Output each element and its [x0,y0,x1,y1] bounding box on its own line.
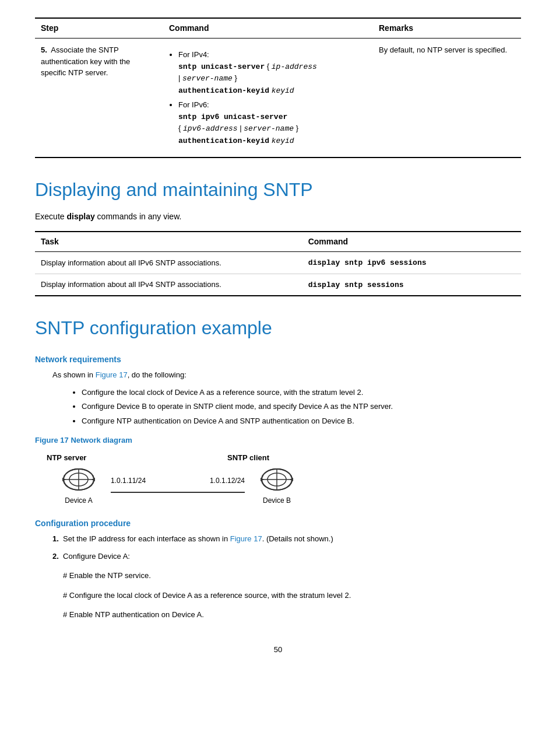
config-step-1: 1. Set the IP address for each interface… [52,533,521,545]
step-1-num: 1. [52,534,59,543]
command-cell: display sntp sessions [302,274,521,296]
connection-line [111,492,245,493]
list-item: Configure NTP authentication on Device A… [82,415,521,427]
table-row: 5. Associate the SNTPauthentication key … [35,38,521,158]
device-a-name: Device A [65,495,92,506]
ip-labels: 1.0.1.11/24 1.0.1.12/24 [111,475,245,486]
remarks-cell: By default, no NTP server is specified. [373,38,521,158]
list-item: Configure Device B to operate in SNTP cl… [82,401,521,412]
intro-text: As shown in Figure 17, do the following: [35,369,521,381]
step-table: Step Command Remarks 5. Associate the SN… [35,18,521,158]
device-b-ip: 1.0.1.12/24 [210,475,245,486]
task-cell: Display information about all IPv4 SNTP … [35,274,302,296]
task-cell: Display information about all IPv6 SNTP … [35,252,302,274]
list-item: Configure the local clock of Device A as… [82,387,521,398]
figure17-link-2[interactable]: Figure 17 [230,534,262,543]
device-b-name: Device B [263,495,291,506]
command-cell: For IPv4: sntp unicast-server { ip-addre… [163,38,373,158]
sub-step-1: # Enable the NTP service. [63,570,521,582]
network-diagram: NTP server SNTP client Device A 1.0.1.11… [35,452,521,506]
step-2-num: 2. [52,552,59,561]
connection-block: 1.0.1.11/24 1.0.1.12/24 [111,475,245,498]
table-row: Display information about all IPv6 SNTP … [35,252,521,274]
col-task: Task [35,232,302,252]
execute-line: Execute display commands in any view. [35,211,521,223]
step-number: 5. [41,46,47,54]
sntp-client-label: SNTP client [227,452,269,464]
table-row: Display information about all IPv4 SNTP … [35,274,521,296]
network-requirements-heading: Network requirements [35,354,521,366]
display-table: Task Command Display information about a… [35,231,521,296]
col-command: Command [163,18,373,38]
figure17-link[interactable]: Figure 17 [96,370,128,379]
sub-step-3: # Enable NTP authentication on Device A. [63,609,521,621]
device-a-ip: 1.0.1.11/24 [111,475,146,486]
router-icon-b [259,467,294,493]
device-a-block: Device A [47,467,111,506]
config-steps-list: 1. Set the IP address for each interface… [35,533,521,621]
page-number: 50 [35,644,521,656]
display-cmd: display [66,212,94,221]
router-icon-a [61,467,96,493]
col-step: Step [35,18,163,38]
config-step-2: 2. Configure Device A: # Enable the NTP … [52,551,521,621]
diagram-devices-row: Device A 1.0.1.11/24 1.0.1.12/24 Device … [47,467,521,506]
diagram-labels: NTP server SNTP client [47,452,521,464]
step-cell: 5. Associate the SNTPauthentication key … [35,38,163,158]
requirements-list: Configure the local clock of Device A as… [52,387,521,427]
sub-step-2: # Configure the local clock of Device A … [63,590,521,601]
ntp-server-label: NTP server [47,452,152,464]
col-remarks: Remarks [373,18,521,38]
config-procedure-heading: Configuration procedure [35,517,521,530]
col-command: Command [302,232,521,252]
figure-label: Figure 17 Network diagram [35,435,521,446]
device-b-block: Device B [245,467,309,506]
section-display-heading: Displaying and maintaining SNTP [35,176,521,204]
command-cell: display sntp ipv6 sessions [302,252,521,274]
section-sntp-example-heading: SNTP configuration example [35,314,521,342]
